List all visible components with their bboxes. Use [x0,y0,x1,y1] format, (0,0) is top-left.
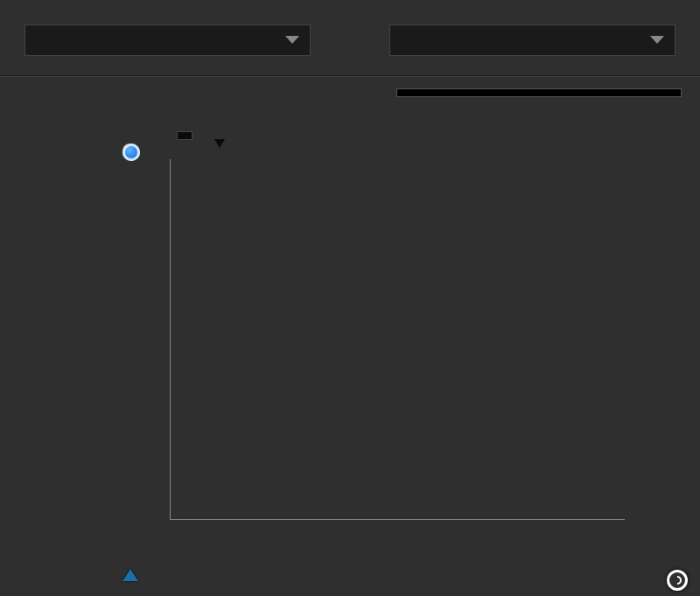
watermark [667,570,693,591]
svg-marker-0 [285,36,299,44]
curve-knob-high[interactable] [122,144,140,161]
chevron-down-icon [285,36,299,45]
setting-dropdown[interactable] [396,88,682,97]
watermark-logo-icon [667,570,688,591]
fan-curve-chart [122,144,648,581]
temperature-marker-icon [122,569,138,581]
setting-select[interactable] [389,25,676,56]
current-tooltip [177,131,192,140]
plot-area[interactable] [170,159,625,520]
chevron-down-icon [650,36,664,45]
svg-marker-1 [650,36,664,44]
temperature-zone-bar [172,553,623,564]
divider [0,75,700,77]
fan-name-select[interactable] [24,25,311,56]
